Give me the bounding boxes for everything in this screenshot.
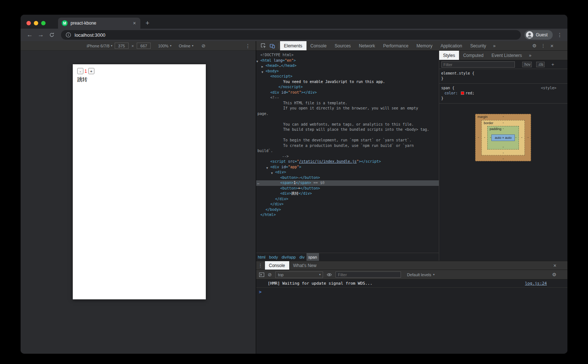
tree-node[interactable]: </body> (256, 207, 439, 213)
padding-left-value[interactable]: - (490, 136, 491, 139)
jump-link[interactable]: 跳转 (77, 76, 201, 83)
tree-node[interactable]: The build step will place the bundled sc… (256, 127, 439, 133)
maximize-window-button[interactable] (41, 21, 46, 25)
device-select[interactable]: iPhone 6/7/8 ▾ (87, 44, 112, 48)
styles-tab-computed[interactable]: Computed (459, 51, 487, 60)
new-tab-button[interactable]: + (146, 19, 150, 27)
drawer-tab-console[interactable]: Console (265, 261, 289, 270)
device-height-input[interactable] (137, 43, 151, 49)
tree-node[interactable]: ▼<div id="app"> (256, 165, 439, 170)
style-source-link[interactable]: <style> (541, 86, 556, 91)
content-size[interactable]: auto × auto (491, 134, 515, 141)
tree-node[interactable] (256, 133, 439, 138)
tree-node[interactable]: build`. (256, 148, 439, 154)
padding-top-value[interactable]: - (488, 127, 519, 130)
inspect-element-icon[interactable] (259, 43, 268, 48)
breadcrumb-div[interactable]: div (298, 253, 306, 261)
decrement-button[interactable]: - (77, 68, 83, 74)
drawer-tab-what-s-new[interactable]: What's New (289, 261, 321, 270)
tree-node[interactable]: ▼<div> (256, 170, 439, 175)
tree-node[interactable]: </noscript> (256, 84, 439, 90)
tree-node[interactable]: page. (256, 111, 439, 117)
devtools-close-icon[interactable]: × (548, 43, 556, 49)
console-context-select[interactable]: top ▾ (275, 271, 323, 278)
more-tabs-icon[interactable]: » (526, 53, 534, 58)
live-expression-eye-icon[interactable] (327, 273, 332, 277)
css-property-value[interactable]: red; (466, 91, 474, 95)
border-bottom-value[interactable]: - (482, 151, 524, 155)
log-levels-select[interactable]: Default levels ▾ (407, 273, 434, 277)
console-sidebar-toggle-icon[interactable] (259, 273, 264, 277)
drawer-menu-icon[interactable]: ⋮ (256, 263, 265, 268)
tree-node[interactable]: This HTML file is a template. (256, 101, 439, 106)
tree-node[interactable]: <button>+</button> (256, 186, 439, 191)
css-property-name[interactable]: color: (445, 91, 458, 95)
reload-icon[interactable] (46, 32, 57, 38)
tree-node[interactable]: <script src="/static/js/index.bundle.js"… (256, 159, 439, 165)
tree-node[interactable]: You need to enable JavaScript to run thi… (256, 79, 439, 85)
tree-node[interactable]: If you open it directly in the browser, … (256, 106, 439, 111)
devtools-tab-elements[interactable]: Elements (280, 41, 306, 50)
tab-close-icon[interactable]: × (132, 20, 137, 26)
throttling-select[interactable]: Online ▾ (179, 44, 193, 48)
tree-node[interactable]: --> (256, 154, 439, 159)
padding-right-value[interactable]: - (515, 136, 516, 139)
tree-node[interactable]: To create a production bundle, use `npm … (256, 143, 439, 149)
zoom-select[interactable]: 100% ▾ (158, 44, 171, 48)
breadcrumb-html[interactable]: html (256, 253, 268, 261)
drawer-close-icon[interactable]: × (553, 263, 556, 269)
new-style-rule-button[interactable]: + (551, 62, 554, 67)
tree-node[interactable]: ▼<html lang="en"> (256, 58, 439, 64)
margin-top-value[interactable]: - (476, 115, 531, 118)
close-window-button[interactable] (26, 21, 31, 25)
tree-node[interactable]: <div>跳转</div> (256, 191, 439, 197)
margin-right-value[interactable]: - (527, 136, 528, 139)
tree-node[interactable]: ▶<head>…</head> (256, 63, 439, 69)
margin-left-value[interactable]: - (478, 136, 479, 139)
border-right-value[interactable]: - (521, 136, 522, 139)
styles-filter-input[interactable] (441, 61, 515, 68)
class-toggle-button[interactable]: .cls (536, 62, 545, 67)
console-settings-icon[interactable]: ⚙ (552, 272, 556, 277)
minimize-window-button[interactable] (34, 21, 38, 25)
padding-bottom-value[interactable]: - (488, 145, 519, 149)
device-toolbar-menu-icon[interactable]: ⋮ (245, 43, 251, 49)
devtools-tab-memory[interactable]: Memory (412, 41, 436, 50)
tree-node[interactable]: <noscript> (256, 74, 439, 79)
styles-tab-styles[interactable]: Styles (439, 51, 459, 60)
console-prompt[interactable]: > (256, 288, 568, 296)
tree-node[interactable]: </div> (256, 197, 439, 202)
tree-node[interactable]: </div> (256, 202, 439, 207)
border-top-value[interactable]: - (482, 121, 524, 125)
profile-button[interactable]: Guest (524, 30, 553, 40)
tree-node[interactable]: <!DOCTYPE html> (256, 53, 439, 58)
address-bar[interactable]: localhost:3000 (61, 30, 521, 40)
device-toolbar-toggle-icon[interactable] (268, 43, 277, 48)
color-swatch[interactable] (461, 91, 464, 95)
more-tabs-icon[interactable]: » (490, 43, 499, 48)
breadcrumb-span[interactable]: span (306, 253, 319, 261)
tree-node[interactable]: You can add webfonts, meta tags, or anal… (256, 122, 439, 127)
devtools-tab-console[interactable]: Console (306, 41, 331, 50)
devtools-tab-performance[interactable]: Performance (379, 41, 413, 50)
tree-node[interactable] (256, 116, 439, 122)
margin-bottom-value[interactable]: - (476, 157, 531, 161)
devtools-tab-security[interactable]: Security (466, 41, 490, 50)
device-width-input[interactable] (115, 43, 129, 49)
pseudo-state-button[interactable]: :hov (522, 62, 532, 67)
rotate-icon[interactable]: ⊘ (201, 43, 205, 48)
devtools-tab-application[interactable]: Application (437, 41, 466, 50)
border-left-value[interactable]: - (484, 136, 485, 139)
console-filter-input[interactable] (336, 271, 401, 278)
tree-node[interactable]: <div id="root"></div> (256, 90, 439, 95)
devtools-tab-network[interactable]: Network (355, 41, 379, 50)
tree-node[interactable]: <button>-</button> (256, 175, 439, 181)
breadcrumb-div-app[interactable]: div#app (280, 253, 298, 261)
tree-node[interactable]: </html> (256, 212, 439, 218)
devtools-menu-icon[interactable]: ⋮ (539, 43, 548, 48)
console-source-link[interactable]: log.js:24 (525, 281, 547, 286)
site-info-icon[interactable] (65, 32, 71, 38)
tree-node-selected[interactable]: …<span>1</span> == $0 (256, 180, 439, 186)
node-menu-icon[interactable]: … (257, 180, 259, 186)
back-icon[interactable]: ← (24, 31, 35, 39)
